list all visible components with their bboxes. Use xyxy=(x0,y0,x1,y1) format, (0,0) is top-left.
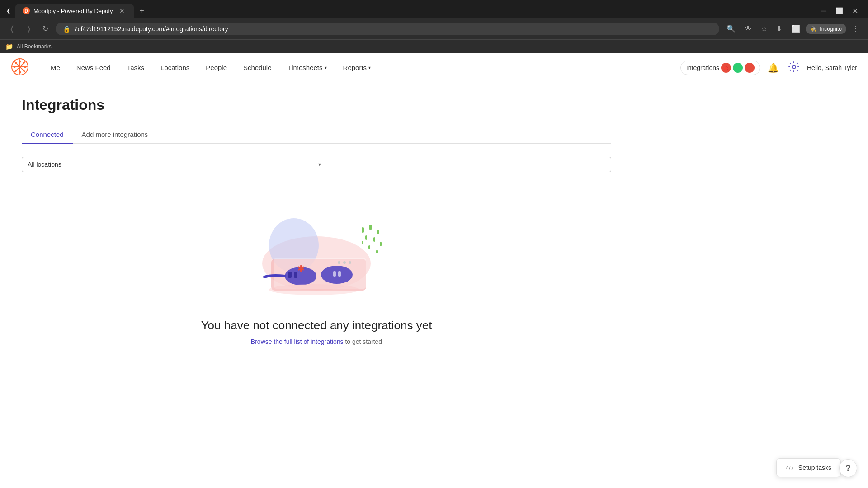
svg-rect-38 xyxy=(373,237,375,242)
address-bar[interactable]: 🔒 xyxy=(56,23,719,35)
setup-tasks-widget[interactable]: 4/7 Setup tasks xyxy=(776,458,841,477)
nav-people[interactable]: People xyxy=(198,60,234,75)
empty-state-title: You have not connected any integrations … xyxy=(201,319,432,333)
incognito-badge: 🕵 Incognito xyxy=(806,24,846,34)
tab-add-more[interactable]: Add more integrations xyxy=(73,126,157,144)
reports-dropdown-arrow: ▾ xyxy=(368,65,371,70)
gear-icon xyxy=(788,61,800,73)
tab-prev-button[interactable]: ❮ xyxy=(4,6,14,16)
svg-rect-28 xyxy=(288,272,292,278)
empty-subtitle-suffix: to get started xyxy=(344,338,382,345)
tab-connected[interactable]: Connected xyxy=(22,126,73,144)
svg-point-30 xyxy=(321,266,353,284)
svg-point-17 xyxy=(735,65,741,70)
new-tab-button[interactable]: + xyxy=(136,5,148,18)
nav-timesheets[interactable]: Timesheets ▾ xyxy=(281,60,334,75)
svg-point-43 xyxy=(269,284,359,295)
bookmarks-folder-icon: 📁 xyxy=(5,43,13,50)
tab-title-text: Moodjoy - Powered By Deputy. xyxy=(33,8,114,14)
nav-right: Integrations 🔴 🔔 xyxy=(680,59,857,76)
setup-tasks-label: Setup tasks xyxy=(798,464,831,471)
setup-fraction: 4/7 xyxy=(786,465,794,471)
nav-reports[interactable]: Reports ▾ xyxy=(336,60,378,75)
svg-point-18 xyxy=(747,65,752,70)
active-browser-tab[interactable]: D Moodjoy - Powered By Deputy. ✕ xyxy=(15,4,134,18)
main-content: Integrations Connected Add more integrat… xyxy=(0,82,633,387)
svg-rect-37 xyxy=(365,235,367,240)
forward-button[interactable]: ❭ xyxy=(22,23,35,35)
svg-text:D: D xyxy=(24,9,28,14)
integrations-nav-badge[interactable]: Integrations 🔴 xyxy=(680,61,760,75)
incognito-icon: 🕵 xyxy=(810,26,817,32)
svg-rect-34 xyxy=(362,227,364,233)
tab-close-button[interactable]: ✕ xyxy=(118,6,127,15)
nav-me[interactable]: Me xyxy=(43,60,67,75)
extensions-button[interactable]: ⬜ xyxy=(788,22,804,36)
top-nav: Me News Feed Tasks Locations People Sche… xyxy=(0,53,868,82)
svg-point-10 xyxy=(24,66,27,68)
lock-icon: 🔒 xyxy=(63,25,71,33)
app-container: Me News Feed Tasks Locations People Sche… xyxy=(0,53,868,488)
location-filter-dropdown[interactable]: All locations ▾ xyxy=(22,157,611,172)
svg-point-12 xyxy=(23,70,25,71)
integration-avatar-1: 🔴 xyxy=(721,63,731,73)
app-logo[interactable] xyxy=(11,58,29,78)
nav-locations[interactable]: Locations xyxy=(153,60,197,75)
svg-point-26 xyxy=(349,261,351,264)
svg-point-19 xyxy=(792,65,796,69)
svg-rect-40 xyxy=(380,242,382,246)
user-greeting: Hello, Sarah Tyler xyxy=(807,64,857,71)
close-window-button[interactable]: ✕ xyxy=(849,6,861,16)
help-button[interactable]: ? xyxy=(839,459,857,477)
svg-rect-36 xyxy=(377,230,379,234)
browse-integrations-link[interactable]: Browse the full list of integrations xyxy=(251,338,344,345)
browser-nav: ❬ ❭ ↻ 🔒 🔍 👁 ☆ ⬇ ⬜ 🕵 Incognito ⋮ xyxy=(0,18,868,40)
svg-rect-42 xyxy=(376,250,378,253)
nav-schedule[interactable]: Schedule xyxy=(236,60,279,75)
settings-button[interactable] xyxy=(786,59,802,76)
svg-rect-41 xyxy=(368,245,370,249)
integration-avatar-3 xyxy=(745,63,755,73)
svg-point-25 xyxy=(343,261,346,264)
filter-row: All locations ▾ xyxy=(22,157,611,172)
tab-bar: Connected Add more integrations xyxy=(22,126,611,144)
empty-state-subtitle: Browse the full list of integrations to … xyxy=(251,338,382,345)
integration-avatar-2 xyxy=(733,63,743,73)
svg-rect-39 xyxy=(362,241,363,244)
more-button[interactable]: ⋮ xyxy=(848,22,863,36)
url-input[interactable] xyxy=(74,25,712,33)
eye-off-button[interactable]: 👁 xyxy=(741,22,755,36)
download-button[interactable]: ⬇ xyxy=(773,22,786,36)
nav-links: Me News Feed Tasks Locations People Sche… xyxy=(43,60,680,75)
incognito-label: Incognito xyxy=(820,26,842,32)
empty-state-illustration: ✱ xyxy=(231,205,402,304)
reload-button[interactable]: ↻ xyxy=(39,23,52,35)
svg-rect-29 xyxy=(294,272,297,278)
all-bookmarks-link[interactable]: All Bookmarks xyxy=(17,43,52,50)
notifications-button[interactable]: 🔔 xyxy=(766,61,781,75)
svg-point-13 xyxy=(23,62,25,64)
empty-state: ✱ xyxy=(22,187,611,372)
tab-favicon-icon: D xyxy=(23,7,30,14)
bookmark-button[interactable]: ☆ xyxy=(757,22,771,36)
maximize-button[interactable]: ⬜ xyxy=(833,6,846,15)
svg-text:✱: ✱ xyxy=(297,264,304,273)
svg-text:🔴: 🔴 xyxy=(724,66,728,70)
svg-rect-31 xyxy=(333,271,336,277)
back-button[interactable]: ❬ xyxy=(5,23,19,35)
svg-point-9 xyxy=(14,66,16,68)
bookmarks-bar: 📁 All Bookmarks xyxy=(0,40,868,53)
svg-rect-35 xyxy=(369,225,372,230)
integrations-badge-label: Integrations xyxy=(686,64,719,71)
svg-point-11 xyxy=(15,62,17,64)
minimize-button[interactable]: ─ xyxy=(818,5,829,17)
svg-point-7 xyxy=(19,60,21,62)
search-button[interactable]: 🔍 xyxy=(723,22,739,36)
svg-rect-32 xyxy=(338,271,341,277)
svg-point-8 xyxy=(19,71,21,73)
nav-tasks[interactable]: Tasks xyxy=(120,60,151,75)
svg-point-14 xyxy=(15,70,17,71)
dropdown-caret-icon: ▾ xyxy=(318,161,605,168)
nav-newsfeed[interactable]: News Feed xyxy=(69,60,118,75)
svg-point-24 xyxy=(338,261,340,264)
